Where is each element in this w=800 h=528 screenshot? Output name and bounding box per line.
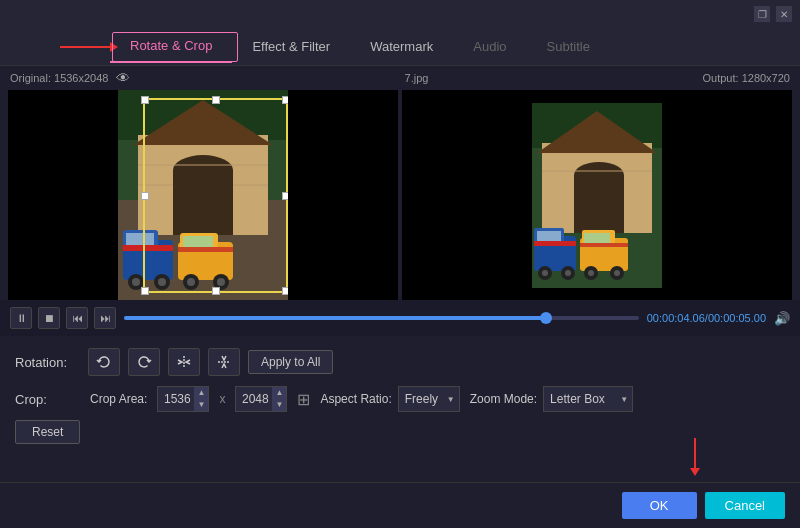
- expand-icon[interactable]: ⊞: [297, 390, 310, 409]
- crop-handle-mr[interactable]: [282, 192, 288, 200]
- crop-handle-tl[interactable]: [141, 96, 149, 104]
- play-pause-button[interactable]: ⏸: [10, 307, 32, 329]
- aspect-ratio-section: Aspect Ratio: Freely: [320, 386, 459, 412]
- zoom-mode-label: Zoom Mode:: [470, 392, 537, 406]
- reset-row: Reset: [15, 420, 785, 444]
- stop-button[interactable]: ⏹: [38, 307, 60, 329]
- svg-point-38: [565, 270, 571, 276]
- preview-panels: [0, 90, 800, 300]
- svg-rect-48: [580, 243, 628, 247]
- svg-rect-47: [534, 241, 576, 246]
- progress-fill: [124, 316, 546, 320]
- flip-h-button[interactable]: [168, 348, 200, 376]
- title-bar: ❐ ✕: [0, 0, 800, 28]
- restore-button[interactable]: ❐: [754, 6, 770, 22]
- eye-icon[interactable]: 👁: [116, 70, 130, 86]
- cancel-button[interactable]: Cancel: [705, 492, 785, 519]
- zoom-mode-select-wrapper: Letter Box: [543, 386, 633, 412]
- preview-info: Original: 1536x2048 👁 7.jpg Output: 1280…: [0, 66, 800, 90]
- svg-rect-39: [537, 231, 561, 242]
- output-image: [532, 103, 662, 288]
- crop-handle-tm[interactable]: [212, 96, 220, 104]
- zoom-mode-section: Zoom Mode: Letter Box: [470, 386, 633, 412]
- preview-left: [8, 90, 398, 300]
- flip-v-button[interactable]: [208, 348, 240, 376]
- tab-audio: Audio: [453, 31, 526, 62]
- svg-point-36: [542, 270, 548, 276]
- crop-label: Crop:: [15, 392, 80, 407]
- close-button[interactable]: ✕: [776, 6, 792, 22]
- crop-handle-ml[interactable]: [141, 192, 149, 200]
- output-label: Output: 1280x720: [703, 72, 790, 84]
- crop-width-spinners: ▲ ▼: [194, 387, 208, 411]
- progress-thumb[interactable]: [540, 312, 552, 324]
- crop-frame: [143, 98, 288, 293]
- crop-area-label: Crop Area:: [90, 392, 147, 406]
- dimension-separator: x: [219, 392, 225, 406]
- input-image: [118, 90, 288, 300]
- original-label: Original: 1536x2048: [10, 72, 108, 84]
- rotation-label: Rotation:: [15, 355, 80, 370]
- crop-height-spinners: ▲ ▼: [272, 387, 286, 411]
- controls-panel: Rotation:: [0, 336, 800, 456]
- aspect-ratio-label: Aspect Ratio:: [320, 392, 391, 406]
- rotate-ccw-button[interactable]: [88, 348, 120, 376]
- crop-handle-br[interactable]: [282, 287, 288, 295]
- preview-right: [402, 90, 792, 300]
- timeline: ⏸ ⏹ ⏮ ⏭ 00:00:04.06/00:00:05.00 🔊: [0, 300, 800, 336]
- volume-icon[interactable]: 🔊: [774, 311, 790, 326]
- rotate-cw-button[interactable]: [128, 348, 160, 376]
- time-display: 00:00:04.06/00:00:05.00: [647, 312, 766, 324]
- filename: 7.jpg: [405, 72, 429, 84]
- svg-point-45: [614, 270, 620, 276]
- apply-to-all-button[interactable]: Apply to All: [248, 350, 333, 374]
- aspect-ratio-select[interactable]: Freely: [398, 386, 460, 412]
- crop-width-group: ▲ ▼: [157, 386, 209, 412]
- prev-button[interactable]: ⏮: [66, 307, 88, 329]
- svg-point-31: [574, 162, 624, 188]
- timeline-controls: ⏸ ⏹ ⏮ ⏭: [10, 307, 116, 329]
- svg-point-43: [588, 270, 594, 276]
- bottom-bar: OK Cancel: [0, 482, 800, 528]
- tab-watermark[interactable]: Watermark: [350, 31, 453, 62]
- zoom-mode-select[interactable]: Letter Box: [543, 386, 633, 412]
- ok-arrow-indicator: [690, 438, 700, 476]
- progress-bar[interactable]: [124, 316, 639, 320]
- crop-handle-bl[interactable]: [141, 287, 149, 295]
- aspect-ratio-select-wrapper: Freely: [398, 386, 460, 412]
- crop-handle-bm[interactable]: [212, 287, 220, 295]
- next-button[interactable]: ⏭: [94, 307, 116, 329]
- crop-width-down[interactable]: ▼: [194, 399, 208, 411]
- svg-rect-46: [584, 233, 610, 243]
- crop-handle-tr[interactable]: [282, 96, 288, 104]
- crop-height-up[interactable]: ▲: [272, 387, 286, 399]
- tab-rotate-crop[interactable]: Rotate & Crop: [110, 30, 232, 63]
- ok-button[interactable]: OK: [622, 492, 697, 519]
- tab-subtitle: Subtitle: [527, 31, 610, 62]
- crop-height-down[interactable]: ▼: [272, 399, 286, 411]
- tab-effect-filter[interactable]: Effect & Filter: [232, 31, 350, 62]
- crop-row: Crop: Crop Area: ▲ ▼ x ▲ ▼ ⊞ Aspect Rati…: [15, 386, 785, 412]
- rotation-row: Rotation:: [15, 348, 785, 376]
- crop-width-up[interactable]: ▲: [194, 387, 208, 399]
- crop-height-group: ▲ ▼: [235, 386, 287, 412]
- tab-bar: Rotate & Crop Effect & Filter Watermark …: [0, 28, 800, 66]
- svg-point-13: [132, 278, 140, 286]
- reset-button[interactable]: Reset: [15, 420, 80, 444]
